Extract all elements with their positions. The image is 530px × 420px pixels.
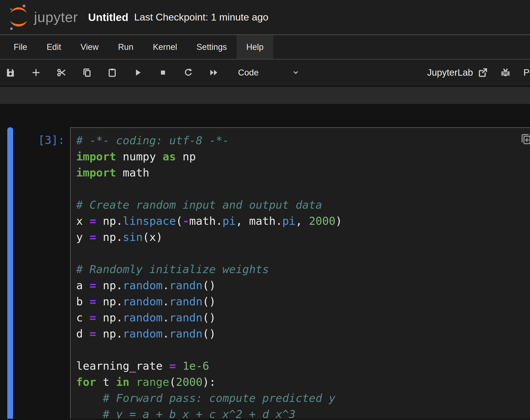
toolbar-right: JupyterLab P	[427, 67, 530, 78]
code-line[interactable]: a = np.random.randn()	[76, 278, 530, 294]
interrupt-kernel-icon[interactable]	[158, 68, 168, 77]
execution-count-prompt: [3]:	[0, 132, 65, 148]
selected-cell-indicator[interactable]	[7, 127, 13, 419]
code-line[interactable]: b = np.random.randn()	[76, 294, 530, 310]
menu-item-view[interactable]: View	[71, 35, 108, 59]
code-line[interactable]	[76, 342, 530, 358]
code-line[interactable]	[76, 245, 530, 261]
code-lines[interactable]: # -*- coding: utf-8 -*-import numpy as n…	[71, 128, 530, 419]
code-line[interactable]: for t in range(2000):	[76, 374, 530, 390]
chevron-down-icon	[292, 69, 300, 77]
code-line[interactable]: c = np.random.randn()	[76, 310, 530, 326]
toolbar: Code JupyterLab P	[0, 59, 530, 85]
run-cell-icon[interactable]	[133, 68, 142, 77]
add-cell-icon[interactable]	[31, 68, 41, 77]
code-line[interactable]: # Forward pass: compute predicted y	[76, 390, 530, 406]
save-icon[interactable]	[6, 68, 15, 77]
code-line[interactable]: y = np.sin(x)	[76, 229, 530, 245]
menu-bar: FileEditViewRunKernelSettingsHelp	[0, 35, 530, 59]
kernel-name-label[interactable]: P	[523, 67, 530, 78]
code-line[interactable]: # Randomly initialize weights	[76, 261, 530, 278]
restart-kernel-icon[interactable]	[184, 68, 193, 77]
paste-cell-icon[interactable]	[107, 68, 117, 77]
menu-item-file[interactable]: File	[4, 35, 37, 59]
code-line[interactable]: d = np.random.randn()	[76, 326, 530, 342]
run-all-icon[interactable]	[209, 68, 219, 77]
header: jupyter Untitled Last Checkpoint: 1 minu…	[0, 0, 530, 35]
cell-type-dropdown[interactable]: Code	[238, 68, 300, 77]
code-line[interactable]: # Create random input and output data	[76, 197, 530, 213]
notebook-area: [3]: # -*- coding: utf-8 -*-import numpy…	[0, 104, 530, 419]
notebook-panel-strip	[0, 87, 530, 104]
jupyterlab-link[interactable]: JupyterLab	[427, 67, 473, 78]
menu-item-run[interactable]: Run	[108, 35, 143, 59]
code-line[interactable]: # y = a + b x + c x^2 + d x^3	[76, 406, 530, 419]
jupyter-brand-text: jupyter	[34, 9, 78, 25]
notebook-title[interactable]: Untitled	[88, 11, 128, 23]
code-line[interactable]: x = np.linspace(-math.pi, math.pi, 2000)	[76, 213, 530, 229]
menu-item-kernel[interactable]: Kernel	[143, 35, 187, 59]
menu-item-edit[interactable]: Edit	[37, 35, 71, 59]
debugger-bug-icon[interactable]	[501, 68, 511, 78]
menu-item-settings[interactable]: Settings	[187, 35, 236, 59]
menu-item-help[interactable]: Help	[236, 35, 273, 59]
code-line[interactable]: import numpy as np	[76, 149, 530, 165]
code-cell[interactable]: # -*- coding: utf-8 -*-import numpy as n…	[70, 127, 530, 419]
copy-cell-icon[interactable]	[82, 68, 92, 77]
code-line[interactable]: import math	[76, 165, 530, 181]
jupyter-notebook-app: jupyter Untitled Last Checkpoint: 1 minu…	[0, 0, 530, 420]
cell-type-value: Code	[238, 68, 259, 77]
cut-cell-icon[interactable]	[57, 68, 66, 77]
code-line[interactable]	[76, 181, 530, 197]
duplicate-cell-icon[interactable]	[519, 133, 530, 146]
checkpoint-status: Last Checkpoint: 1 minute ago	[134, 12, 268, 23]
code-line[interactable]: learning_rate = 1e-6	[76, 358, 530, 374]
code-line[interactable]: # -*- coding: utf-8 -*-	[76, 133, 530, 149]
external-link-icon[interactable]	[477, 67, 488, 78]
jupyter-logo-icon[interactable]	[8, 3, 29, 31]
